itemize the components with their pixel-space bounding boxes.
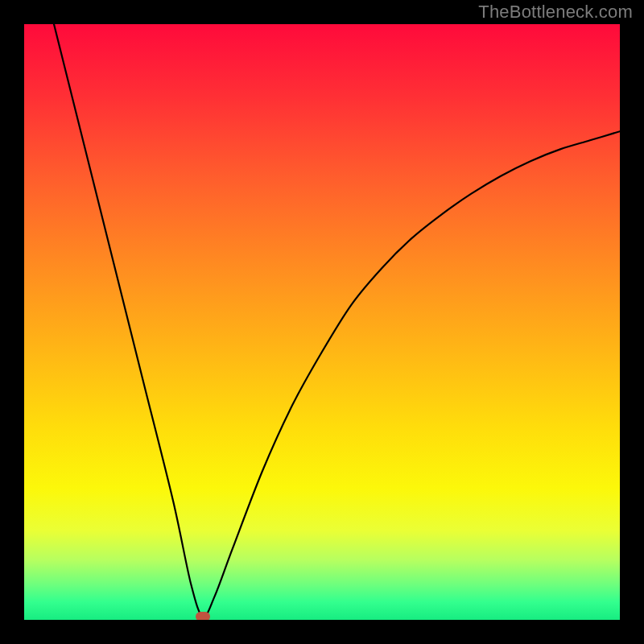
chart-frame: TheBottleneck.com bbox=[0, 0, 644, 644]
minimum-marker bbox=[196, 612, 210, 620]
plot-area bbox=[24, 24, 620, 620]
attribution-label: TheBottleneck.com bbox=[478, 2, 633, 23]
bottleneck-curve bbox=[24, 24, 620, 620]
